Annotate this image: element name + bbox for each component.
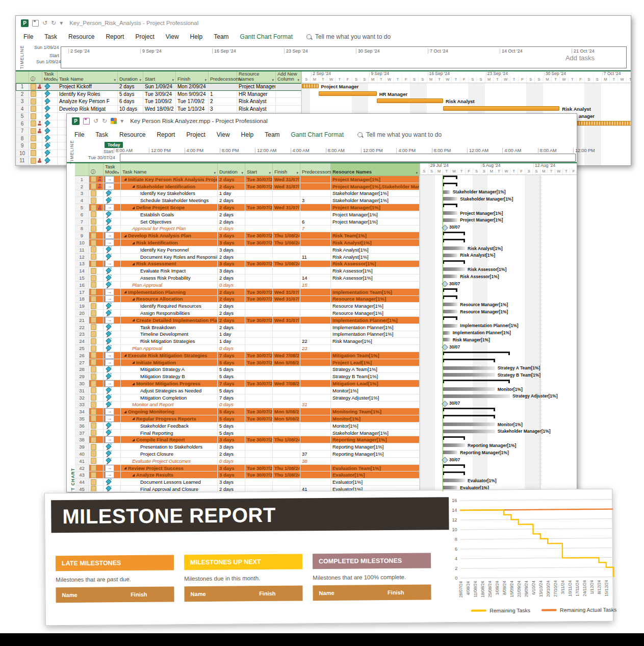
- cell-info[interactable]: [29, 83, 42, 90]
- cell-start[interactable]: [245, 394, 273, 401]
- cell-duration[interactable]: 2 days: [218, 317, 245, 324]
- collapse-triangle-icon[interactable]: ◢: [124, 290, 126, 294]
- cell-info[interactable]: [89, 324, 104, 331]
- cell-resource[interactable]: Strategy B Team[1%]: [331, 373, 420, 380]
- cell-predecessors[interactable]: 38: [300, 458, 331, 464]
- cell-num[interactable]: 27: [75, 359, 89, 366]
- cell-num[interactable]: 5: [16, 113, 29, 120]
- cell-duration[interactable]: 3 days: [218, 443, 245, 450]
- cell-duration[interactable]: 5 days: [218, 408, 245, 415]
- cell-resource[interactable]: Project Lead[1%]: [331, 359, 420, 366]
- cell-resource[interactable]: [331, 282, 420, 288]
- gantt-summary-bar[interactable]: [443, 415, 495, 419]
- cell-info[interactable]: [29, 157, 42, 164]
- cell-mode[interactable]: [42, 106, 58, 113]
- cell-num[interactable]: 36: [75, 423, 89, 429]
- cell-resource[interactable]: Project Manager[1%]: [331, 176, 420, 183]
- cell-name[interactable]: Project Closure: [121, 451, 218, 457]
- cell-start[interactable]: [245, 218, 273, 225]
- gantt-chart-pane[interactable]: 29 Jul '24SSMTWTF5 Aug '24SSMTWTF12 Aug …: [420, 162, 577, 491]
- gantt-bar[interactable]: [377, 98, 443, 103]
- cell-start[interactable]: Tue 30/07/2: [245, 183, 273, 190]
- column-header-predecessors[interactable]: Predecessors▾: [209, 71, 237, 83]
- cell-mode[interactable]: ?: [104, 275, 121, 281]
- cell-duration[interactable]: 3 days: [218, 479, 245, 485]
- cell-resource[interactable]: Mitigation Lead[1%]: [331, 380, 420, 387]
- collapse-triangle-icon[interactable]: ◢: [132, 297, 135, 301]
- cell-start[interactable]: [245, 486, 273, 491]
- cell-duration[interactable]: 2 days: [218, 254, 245, 260]
- cell-mode[interactable]: →: [104, 408, 121, 415]
- cell-info[interactable]: [89, 296, 104, 303]
- cell-resource[interactable]: Evaluator[1%]: [331, 479, 420, 485]
- cell-mode[interactable]: ?: [104, 345, 121, 352]
- cell-finish[interactable]: Thu 1/08/24: [273, 465, 300, 471]
- collapse-triangle-icon[interactable]: ◢: [132, 438, 135, 442]
- cell-resource[interactable]: Stakeholder Manager[1%]: [331, 190, 420, 197]
- cell-name[interactable]: ◢Risk Identification: [121, 239, 218, 246]
- cell-name[interactable]: Approval for Project Plan: [121, 226, 218, 232]
- cell-name[interactable]: Monitor and Report: [121, 402, 218, 408]
- redo-icon[interactable]: ↻: [51, 20, 56, 26]
- gantt-summary-bar[interactable]: [443, 204, 457, 208]
- cell-finish[interactable]: [273, 479, 300, 485]
- cell-info[interactable]: [89, 289, 104, 295]
- cell-start[interactable]: Sun 1/09/24: [143, 83, 176, 90]
- cell-name[interactable]: ◢Stakeholder Identification: [121, 183, 218, 190]
- cell-finish[interactable]: [273, 387, 300, 394]
- cell-num[interactable]: 23: [75, 331, 89, 338]
- cell-predecessors[interactable]: [300, 359, 331, 366]
- cell-start[interactable]: Tue 30/07/2: [245, 176, 273, 183]
- cell-info[interactable]: [89, 366, 104, 373]
- cell-info[interactable]: [89, 359, 104, 366]
- cell-resource[interactable]: Resource Manager[1%]: [331, 303, 420, 309]
- cell-finish[interactable]: Mon 5/08/2: [273, 359, 300, 366]
- menu-item-project[interactable]: Project: [130, 33, 160, 40]
- today-badge[interactable]: Today: [105, 142, 123, 148]
- column-header-finish[interactable]: Finish▾: [176, 71, 209, 83]
- cell-num[interactable]: 7: [75, 218, 89, 225]
- gantt-bar[interactable]: [443, 218, 457, 222]
- cell-start[interactable]: Tue 30/07/2: [245, 261, 273, 267]
- cell-num[interactable]: 35: [75, 415, 89, 422]
- cell-finish[interactable]: Mon 2/09/24: [176, 83, 209, 90]
- cell-num[interactable]: 1: [16, 83, 29, 90]
- cell-start[interactable]: [245, 226, 273, 232]
- gantt-bar[interactable]: [443, 366, 495, 370]
- cell-name[interactable]: Stakeholder Feedback: [121, 423, 218, 429]
- cell-mode[interactable]: [42, 128, 58, 135]
- cell-resource[interactable]: Evaluation Team[1%]: [331, 465, 420, 471]
- cell-name[interactable]: Plan Approval: [121, 345, 218, 352]
- cell-info[interactable]: [89, 451, 104, 457]
- cell-num[interactable]: 24: [75, 338, 89, 344]
- gantt-bar[interactable]: [443, 430, 495, 433]
- cell-duration[interactable]: 5 days: [218, 359, 245, 366]
- collapse-triangle-icon[interactable]: ◢: [132, 360, 135, 364]
- column-header-num[interactable]: [16, 71, 29, 83]
- cell-predecessors[interactable]: [300, 373, 331, 380]
- cell-predecessors[interactable]: [300, 430, 331, 436]
- column-header-info[interactable]: ⓘ: [89, 163, 104, 176]
- cell-resource[interactable]: [331, 226, 420, 232]
- cell-finish[interactable]: [273, 486, 300, 491]
- cell-duration[interactable]: 3 days: [218, 436, 245, 443]
- cell-name[interactable]: ◢Review Project Success: [121, 465, 218, 471]
- cell-resource[interactable]: Monitor[1%]: [331, 423, 420, 429]
- cell-name[interactable]: ◢Create Detailed Implementation Plan: [121, 317, 218, 324]
- cell-num[interactable]: 30: [75, 380, 89, 387]
- cell-start[interactable]: Tue 30/07/2: [245, 296, 273, 303]
- cell-resource[interactable]: Risk Assessor[1%]: [331, 267, 420, 274]
- cell-name[interactable]: Evaluate Risk Impact: [121, 267, 218, 274]
- cell-mode[interactable]: →: [104, 176, 121, 183]
- cell-info[interactable]: [29, 106, 42, 113]
- menu-item-resource[interactable]: Resource: [63, 33, 100, 40]
- cell-mode[interactable]: →: [104, 465, 121, 471]
- cell-resource[interactable]: Risk Analyst[1%]: [331, 246, 420, 253]
- cell-duration[interactable]: 0 days: [218, 458, 245, 464]
- gantt-bar[interactable]: [443, 324, 457, 328]
- cell-start[interactable]: Tue 30/07/2: [245, 465, 273, 471]
- cell-resource[interactable]: Risk Analyst[1%]: [331, 239, 420, 246]
- cell-finish[interactable]: [273, 402, 300, 408]
- cell-start[interactable]: Tue 30/07/2: [245, 289, 273, 295]
- menu-item-task[interactable]: Task: [39, 33, 63, 40]
